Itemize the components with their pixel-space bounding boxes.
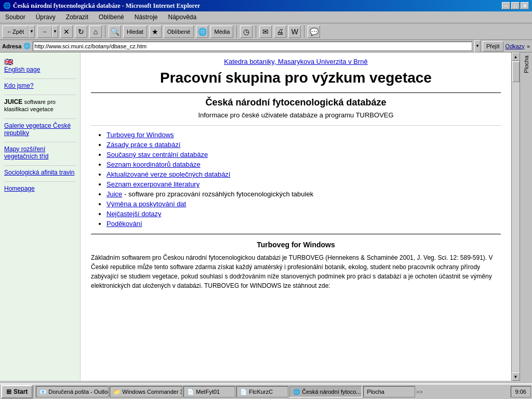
sociologicka-link[interactable]: Sociologická afinita travin [4,169,76,176]
podekovani-link[interactable]: Poděkování [107,220,142,228]
refresh-button[interactable]: ↻ [75,25,87,38]
list-item: Seznam koordinátorů databáze [107,161,501,168]
history-button[interactable]: ◷ [240,25,252,38]
sidebar-divider-1 [4,78,76,79]
list-item: Juice - software pro zpracování rozsáhlý… [107,190,501,198]
forward-button[interactable]: → [37,25,52,38]
home-button[interactable]: ⌂ [89,25,102,38]
minimize-button[interactable]: ─ [502,2,510,9]
content-link-list: Turboveg for Windows Zásady práce s data… [91,131,501,228]
back-dropdown[interactable]: ▼ [29,25,35,38]
stav-link[interactable]: Současný stav centrální databáze [107,151,208,158]
content-divider [91,125,501,126]
sidebar-item-mapy[interactable]: Mapy rozšíření vegetačních tříd [4,145,76,160]
katedra-link[interactable]: Katedra botaniky, Masarykova Univerzita … [224,58,368,65]
back-button[interactable]: ← Zpět [2,25,29,38]
scroll-track[interactable] [512,61,520,373]
sidebar-divider-4 [4,142,76,142]
list-item: Aktualizované verze společných databází [107,170,501,178]
gb-flag-icon: 🇬🇧 [4,58,13,66]
title-bar-buttons: ─ □ ✕ [502,2,529,9]
forward-nav[interactable]: → ▼ [37,25,58,38]
discuss-button[interactable]: 💬 [308,25,320,38]
seznam-link[interactable]: Seznam koordinátorů databáze [107,161,201,168]
go-button[interactable]: Přejít [483,41,503,51]
media-icon: 🌐 [196,25,208,38]
sidebar-divider-6 [4,181,76,182]
search-button[interactable]: Hledat [123,25,147,38]
page-main-title: Pracovní skupina pro výzkum vegetace [91,70,501,86]
sidebar-item-sociologicka[interactable]: Sociologická afinita travin [4,169,76,176]
sidebar-item-galerie[interactable]: Galerie vegetace České republiky [4,122,76,137]
sidebar-item-english[interactable]: 🇬🇧 English page [4,58,76,73]
turboveg-link[interactable]: Turboveg for Windows [107,131,174,139]
menu-soubor[interactable]: Soubor [2,12,29,22]
browser-area: 🇬🇧 English page Kdo jsme? JUICE software… [0,52,532,381]
toolbar-separator-2 [236,25,237,38]
menu-bar: Soubor Úpravy Zobrazit Oblíbené Nástroje… [0,11,532,23]
scroll-down-button[interactable]: ▼ [512,373,520,381]
sidebar-divider-5 [4,165,76,166]
toolbar-separator-1 [105,25,105,38]
plocha-label[interactable]: Plocha [522,54,530,75]
links-button[interactable]: Odkazy [506,43,525,49]
media-button[interactable]: Média [210,25,233,38]
menu-nastroje[interactable]: Nástroje [131,12,161,22]
stop-button[interactable]: ✕ [60,25,73,38]
list-item: Výměna a poskytování dat [107,200,501,208]
dotazy-link[interactable]: Nejčastejší dotazy [107,210,162,218]
list-item: Turboveg for Windows [107,131,501,139]
window-title: Česká národní fytocenologická databáze -… [13,2,200,10]
main-content: Katedra botaniky, Masarykova Univerzita … [81,52,511,381]
sidebar-item-juice[interactable]: JUICE software pro klasifikaci vegetace [4,98,76,113]
list-item: Nejčastejší dotazy [107,210,501,218]
list-item: Současný stav centrální databáze [107,151,501,158]
star-icon: ★ [149,25,162,38]
scroll-up-button[interactable]: ▲ [512,52,520,61]
section-title: Česká národní fytocenologická databáze [91,97,501,108]
juice-content-link[interactable]: Juice [107,190,122,198]
mapy-link[interactable]: Mapy rozšíření vegetačních tříd [4,145,76,160]
vymena-link[interactable]: Výměna a poskytování dat [107,200,186,208]
edit-button[interactable]: W [288,25,301,38]
maximize-button[interactable]: □ [511,2,520,9]
search-icon: 🔍 [109,25,121,38]
toolbar: ← Zpět ▼ → ▼ ✕ ↻ ⌂ 🔍 Hledat ★ Oblíbené 🌐… [0,23,532,40]
forward-dropdown[interactable]: ▼ [52,25,58,38]
toolbar-separator-4 [304,25,304,38]
links-expand-icon[interactable]: » [527,43,530,49]
address-icon: 🌐 [23,43,31,49]
galerie-link[interactable]: Galerie vegetace České republiky [4,122,76,137]
address-label: Adresa [2,43,21,49]
sidebar-item-homepage[interactable]: Homepage [4,185,76,192]
turboveg-section: Turboveg for Windows Základním softwarem… [91,241,501,290]
title-bar: 🌐 Česká národní fytocenologická databáze… [0,0,532,11]
back-nav[interactable]: ← Zpět ▼ [2,25,35,38]
english-page-link[interactable]: English page [4,66,76,73]
kdo-jsme-link[interactable]: Kdo jsme? [4,82,76,89]
ie-icon: 🌐 [3,2,11,10]
menu-oblibene[interactable]: Oblíbené [96,12,127,22]
mail-button[interactable]: ✉ [259,25,272,38]
print-button[interactable]: 🖨 [274,25,286,38]
literatura-link[interactable]: Seznam excerpované literatury [107,180,200,188]
turboveg-divider [91,234,501,234]
menu-napoveda[interactable]: Nápověda [165,12,200,22]
sidebar: 🇬🇧 English page Kdo jsme? JUICE software… [0,52,81,381]
sidebar-divider-3 [4,118,76,119]
list-item: Zásady práce s databází [107,141,501,149]
aktualizovane-link[interactable]: Aktualizované verze společných databází [107,170,230,178]
address-input[interactable] [33,42,472,51]
close-button[interactable]: ✕ [521,2,529,9]
top-link[interactable]: Katedra botaniky, Masarykova Univerzita … [91,58,501,65]
favorites-button[interactable]: Oblíbené [164,25,194,38]
menu-upravy[interactable]: Úpravy [33,12,59,22]
homepage-link[interactable]: Homepage [4,185,76,192]
vertical-scrollbar[interactable]: ▲ ▼ [511,52,520,381]
zasady-link[interactable]: Zásady práce s databází [107,141,180,149]
main-divider [91,92,501,93]
menu-zobrazit[interactable]: Zobrazit [63,12,91,22]
address-dropdown[interactable]: ▼ [474,40,481,52]
sidebar-item-kdo-jsme[interactable]: Kdo jsme? [4,82,76,89]
scroll-thumb[interactable] [512,61,520,82]
